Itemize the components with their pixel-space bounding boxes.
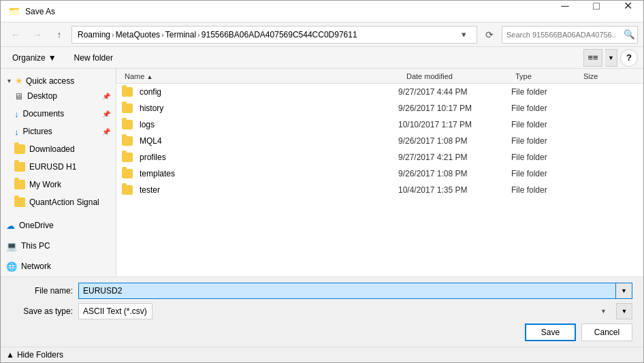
folder-icon: [122, 136, 133, 146]
filename-input-wrapper: ▼: [78, 283, 632, 299]
saveastype-select[interactable]: ASCII Text (*.csv): [78, 303, 152, 319]
back-button[interactable]: ←: [6, 25, 25, 44]
hide-folders-label: Hide Folders: [17, 350, 63, 360]
dialog-icon: [9, 6, 20, 17]
documents-pin-icon: 📌: [102, 110, 110, 118]
file-type-cell: File folder: [511, 185, 579, 195]
sidebar-documents-label: Documents: [23, 109, 65, 119]
organize-button[interactable]: Organize ▼: [6, 49, 63, 67]
column-header-date[interactable]: Date modified: [406, 72, 515, 80]
hide-folders-collapse-icon: ▲: [6, 350, 14, 360]
footer-bar: ▲ Hide Folders: [1, 347, 643, 362]
table-row[interactable]: MQL49/26/2017 1:08 PMFile folder: [116, 133, 643, 149]
bottom-section: File name: ▼ Save as type: ASCII Text (*…: [1, 277, 643, 347]
breadcrumb-part-guid[interactable]: 915566BA06ADA407569C544CC0D97611: [202, 30, 357, 40]
sidebar-item-network[interactable]: 🌐 Network: [1, 257, 116, 275]
file-name-cell: templates: [137, 169, 394, 178]
sidebar-eurusd-label: EURUSD H1: [29, 162, 76, 172]
file-rows-container: config9/27/2017 4:44 PMFile folderhistor…: [116, 84, 643, 198]
filename-input[interactable]: [78, 283, 616, 299]
quick-access-star-icon: ★: [15, 76, 23, 86]
column-header-type[interactable]: Type: [515, 72, 583, 80]
search-box: 🔍: [502, 26, 638, 44]
file-list-header: Name ▲ Date modified Type Size: [116, 69, 643, 84]
folder-icon: [122, 169, 133, 178]
up-button[interactable]: ↑: [50, 25, 69, 44]
sidebar-item-desktop[interactable]: 🖥 Desktop 📌: [1, 87, 116, 105]
forward-button[interactable]: →: [28, 25, 47, 44]
organize-label: Organize: [12, 53, 46, 63]
sidebar-network-label: Network: [21, 262, 51, 271]
file-name-cell: history: [137, 104, 394, 113]
window-controls: ─ □ ✕: [541, 1, 635, 22]
table-row[interactable]: tester10/4/2017 1:35 PMFile folder: [116, 182, 643, 198]
sidebar-item-downloaded[interactable]: Downloaded: [1, 140, 116, 158]
refresh-button[interactable]: ▾: [456, 27, 471, 42]
pictures-icon: ↓: [14, 127, 19, 137]
filename-dropdown-button[interactable]: ▼: [616, 283, 632, 299]
filename-row: File name: ▼: [12, 283, 632, 299]
sidebar-item-pictures[interactable]: ↓ Pictures 📌: [1, 123, 116, 140]
quick-access-section[interactable]: ▼ ★ Quick access: [1, 72, 116, 87]
breadcrumb-sep-3: ›: [197, 31, 200, 39]
table-row[interactable]: profiles9/27/2017 4:21 PMFile folder: [116, 149, 643, 165]
breadcrumb-sep-1: ›: [112, 31, 114, 39]
organize-toolbar: Organize ▼ New folder ≡≡ ▼ ?: [1, 47, 643, 69]
sidebar-item-documents[interactable]: ↓ Documents 📌: [1, 105, 116, 123]
sidebar-item-quantaction[interactable]: QuantAction Signal: [1, 193, 116, 211]
file-name-cell: tester: [137, 185, 394, 195]
breadcrumb-sep-2: ›: [161, 31, 164, 39]
sidebar-item-eurusd[interactable]: EURUSD H1: [1, 158, 116, 176]
sidebar-mywork-label: My Work: [29, 180, 61, 189]
sidebar-item-onedrive[interactable]: ☁ OneDrive: [1, 217, 116, 234]
file-date-cell: 10/10/2017 1:17 PM: [398, 120, 507, 129]
mywork-folder-icon: [14, 180, 25, 189]
new-folder-button[interactable]: New folder: [68, 49, 119, 67]
dialog-title: Save As: [25, 7, 541, 16]
table-row[interactable]: logs10/10/2017 1:17 PMFile folder: [116, 116, 643, 133]
folder-icon: [122, 87, 133, 97]
saveastype-chevron-icon: ▼: [600, 308, 607, 315]
address-bar[interactable]: Roaming › MetaQuotes › Terminal › 915566…: [71, 26, 477, 44]
documents-icon: ↓: [14, 109, 19, 119]
quick-access-collapse-icon: ▼: [6, 78, 12, 84]
minimize-button[interactable]: ─: [549, 0, 581, 17]
quick-access-label: Quick access: [26, 76, 74, 86]
folder-icon: [122, 104, 133, 113]
table-row[interactable]: history9/26/2017 10:17 PMFile folder: [116, 100, 643, 116]
saveastype-row: Save as type: ASCII Text (*.csv) ▼ ▼: [12, 303, 632, 319]
quantaction-folder-icon: [14, 198, 25, 207]
search-icon-button[interactable]: 🔍: [621, 27, 637, 43]
main-content: ▼ ★ Quick access 🖥 Desktop 📌 ↓ Documents…: [1, 69, 643, 277]
column-header-name[interactable]: Name ▲: [122, 72, 406, 80]
breadcrumb-part-roaming[interactable]: Roaming: [78, 30, 110, 40]
sidebar-item-mywork[interactable]: My Work: [1, 176, 116, 193]
file-name-cell: logs: [137, 120, 394, 129]
refresh-nav-button[interactable]: ⟳: [480, 25, 499, 44]
file-date-cell: 9/26/2017 10:17 PM: [398, 104, 507, 113]
close-button[interactable]: ✕: [612, 0, 643, 17]
help-button[interactable]: ?: [620, 49, 638, 67]
file-name-cell: config: [137, 87, 394, 97]
breadcrumb-part-metaquotes[interactable]: MetaQuotes: [116, 30, 160, 40]
column-header-size[interactable]: Size: [583, 72, 638, 80]
save-cancel-row: Save Cancel: [12, 323, 632, 341]
downloaded-folder-icon: [14, 144, 25, 154]
maximize-button[interactable]: □: [581, 0, 612, 17]
table-row[interactable]: templates9/26/2017 1:08 PMFile folder: [116, 165, 643, 182]
saveastype-label: Save as type:: [12, 306, 73, 316]
address-toolbar: ← → ↑ Roaming › MetaQuotes › Terminal › …: [1, 22, 643, 47]
search-input[interactable]: [502, 31, 621, 39]
breadcrumb-part-terminal[interactable]: Terminal: [165, 30, 196, 40]
hide-folders-button[interactable]: ▲ Hide Folders: [6, 350, 63, 360]
sidebar-quantaction-label: QuantAction Signal: [29, 198, 99, 207]
save-button[interactable]: Save: [525, 323, 576, 341]
view-dropdown-button[interactable]: ▼: [605, 49, 617, 67]
cancel-button[interactable]: Cancel: [581, 323, 632, 341]
saveastype-dropdown-button[interactable]: ▼: [616, 303, 632, 319]
file-date-cell: 10/4/2017 1:35 PM: [398, 185, 507, 195]
table-row[interactable]: config9/27/2017 4:44 PMFile folder: [116, 84, 643, 100]
view-icon-button[interactable]: ≡≡: [583, 49, 602, 67]
file-date-cell: 9/27/2017 4:21 PM: [398, 153, 507, 162]
sidebar-item-thispc[interactable]: 💻 This PC: [1, 237, 116, 255]
